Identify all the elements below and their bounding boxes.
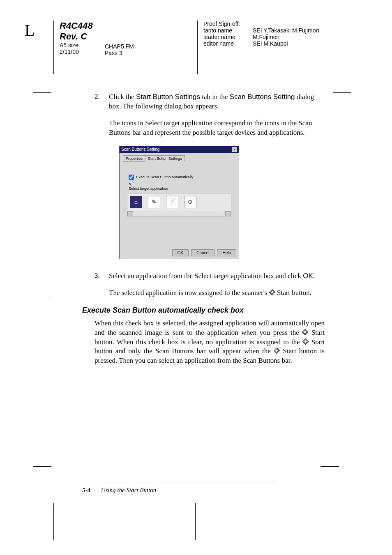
proof-signoff-label: Proof Sign-off:	[203, 21, 319, 27]
pass-number: Pass 3	[105, 50, 134, 56]
footer-divider	[195, 503, 196, 540]
tab-start-button-settings[interactable]: Start Button Settings	[145, 155, 185, 162]
leader-label: leader name	[203, 34, 253, 40]
date: 2/11/00	[60, 48, 93, 55]
cancel-button[interactable]: Cancel	[191, 249, 214, 256]
scrollbar[interactable]	[127, 211, 231, 216]
tanto-label: tanto name	[203, 27, 253, 34]
tab-properties[interactable]: Properties	[123, 155, 145, 162]
page-footer: 5-4 Using the Start Button	[82, 487, 156, 494]
target-application-list[interactable]: ⌂ ✎ 📄 ⊙	[127, 193, 231, 211]
revision: Rev. C	[60, 31, 93, 42]
file-name: CHAP5.FM	[105, 43, 134, 50]
model-code: R4C448	[60, 21, 93, 31]
step-text: Select an application from the Select ta…	[109, 272, 325, 281]
header-divider	[53, 21, 54, 74]
side-letter: L	[25, 21, 35, 40]
editor-label: editor name	[203, 40, 253, 47]
chapter-title: Using the Start Button	[101, 487, 157, 493]
app-icon[interactable]: 📄	[166, 196, 178, 208]
execute-checkbox-heading: Execute Scan Button automatically check …	[82, 306, 325, 315]
start-button-icon	[302, 329, 309, 335]
tanto-value: SEI Y.Takasaki M.Fujimori	[253, 27, 319, 34]
step-number: 3.	[95, 272, 109, 281]
crop-mark	[333, 92, 351, 93]
app-icon[interactable]: ⌂	[130, 196, 142, 208]
cursor-icon: ↖	[129, 182, 237, 187]
footer-divider	[82, 483, 275, 483]
ok-button[interactable]: OK	[172, 249, 189, 256]
crop-mark	[33, 92, 51, 93]
step-3: 3. Select an application from the Select…	[95, 272, 325, 281]
crop-mark	[33, 466, 51, 467]
crop-mark	[321, 466, 339, 467]
execute-auto-label: Execute Scan Button automatically	[136, 175, 194, 179]
app-icon[interactable]: ✎	[148, 196, 160, 208]
step-3-description: The selected application is now assigned…	[109, 288, 325, 298]
start-button-icon	[302, 338, 309, 345]
execute-auto-checkbox[interactable]	[129, 175, 134, 180]
close-icon[interactable]: ×	[232, 147, 237, 152]
editor-value: SEI M.Kauppi	[253, 40, 288, 47]
page-size: A5 size	[60, 42, 93, 48]
step-2-description: The icons in Select target application c…	[109, 119, 325, 138]
footer-divider	[53, 503, 54, 540]
help-button[interactable]: Help	[217, 249, 236, 256]
step-text: Click the Start Button Settings tab in t…	[109, 92, 325, 111]
app-icon[interactable]: ⊙	[184, 196, 196, 208]
header-divider	[197, 21, 198, 74]
step-number: 2.	[95, 92, 109, 111]
execute-checkbox-description: When this check box is selected, the ass…	[95, 319, 325, 366]
select-target-label: Select target application	[129, 187, 237, 191]
start-button-icon	[274, 348, 280, 354]
step-2: 2. Click the Start Button Settings tab i…	[95, 92, 325, 111]
page-header: L R4C448 Rev. C A5 size 2/11/00 CHAP5.FM…	[0, 21, 392, 78]
scan-buttons-setting-dialog: Scan Buttons Setting × PropertiesStart B…	[119, 146, 239, 259]
header-divider	[329, 21, 329, 45]
page-number: 5-4	[82, 487, 90, 493]
leader-value: M.Fujimori	[253, 34, 279, 40]
dialog-title: Scan Buttons Setting	[121, 147, 159, 152]
crop-mark	[33, 298, 51, 298]
start-button-icon	[269, 289, 275, 295]
